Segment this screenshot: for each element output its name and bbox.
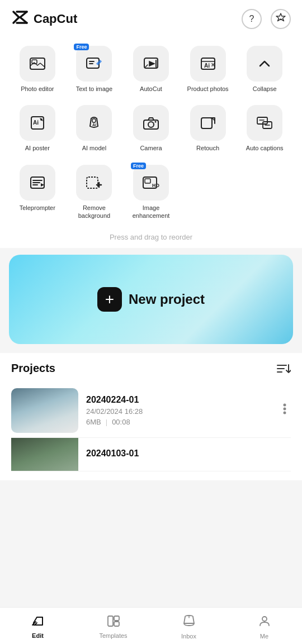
svg-rect-18 [257, 117, 267, 124]
plus-symbol: + [105, 290, 114, 308]
tool-remove-background[interactable]: Remove background [66, 160, 123, 226]
svg-text:HD: HD [152, 183, 159, 188]
tools-grid: Photo editor Free Text to image [9, 41, 293, 225]
tools-section: Photo editor Free Text to image [0, 35, 302, 248]
projects-header: Projects [11, 362, 291, 375]
svg-point-15 [148, 122, 154, 127]
me-icon [258, 614, 271, 631]
free-badge-image-enhancement: Free [131, 163, 146, 169]
nav-label-templates: Templates [99, 632, 127, 639]
tool-label-remove-background: Remove background [68, 204, 121, 220]
project-info-2: 20240103-01 [86, 449, 291, 461]
svg-text:Ai: Ai [204, 63, 210, 69]
project-thumb-img-1 [11, 388, 78, 433]
tool-icon-ai-poster: Ai [20, 105, 55, 141]
tool-autocut[interactable]: AutoCut [122, 41, 180, 98]
svg-point-28 [284, 412, 286, 414]
inbox-icon [182, 614, 196, 631]
tool-icon-camera [133, 105, 169, 141]
new-project-section: + New project [9, 255, 293, 344]
project-duration-1: 00:08 [112, 418, 130, 426]
tool-icon-collapse [247, 46, 282, 82]
header-icons: ? [242, 9, 291, 29]
tool-teleprompter[interactable]: Teleprompter [9, 160, 66, 226]
logo-icon [11, 9, 29, 28]
tool-retouch[interactable]: Retouch [180, 101, 237, 158]
project-meta-1: 6MB | 00:08 [86, 418, 271, 426]
new-project-button[interactable]: + New project [9, 255, 293, 344]
svg-point-32 [262, 617, 267, 621]
help-icon: ? [249, 14, 254, 24]
project-item-1[interactable]: 20240224-01 24/02/2024 16:28 6MB | 00:08 [11, 384, 291, 438]
tool-icon-autocut [133, 46, 169, 82]
svg-rect-30 [114, 616, 119, 621]
tool-auto-captions[interactable]: Auto captions [236, 101, 293, 158]
project-thumb-1 [11, 388, 78, 433]
tool-icon-retouch [190, 105, 226, 141]
settings-button[interactable] [271, 9, 291, 29]
tool-label-product-photos: Product photos [187, 85, 229, 93]
svg-point-16 [154, 121, 156, 123]
project-date-1: 24/02/2024 16:28 [86, 407, 271, 416]
project-item-2[interactable]: 20240103-01 [11, 438, 291, 471]
tool-camera[interactable]: Camera [122, 101, 180, 158]
tool-icon-ai-model: Ai [76, 105, 112, 141]
tool-ai-poster[interactable]: Ai AI poster [9, 101, 66, 158]
header: CapCut ? [0, 0, 302, 35]
free-badge-text-to-image: Free [74, 44, 89, 50]
tool-image-enhancement[interactable]: Free HD Image enhancement [122, 160, 180, 226]
svg-marker-5 [149, 61, 154, 66]
nav-item-me[interactable]: Me [226, 608, 302, 644]
tool-label-auto-captions: Auto captions [246, 144, 284, 152]
logo-text: CapCut [34, 12, 77, 26]
tool-label-text-to-image: Text to image [76, 85, 112, 93]
sort-button[interactable] [276, 362, 291, 375]
nav-item-templates[interactable]: Templates [76, 608, 151, 643]
tool-icon-auto-captions [247, 105, 282, 141]
tool-label-autocut: AutoCut [140, 85, 162, 93]
tool-label-camera: Camera [140, 144, 162, 152]
svg-rect-29 [108, 616, 113, 626]
svg-rect-25 [145, 179, 150, 183]
project-info-1: 20240224-01 24/02/2024 16:28 6MB | 00:08 [86, 395, 271, 426]
new-project-label: New project [129, 292, 205, 307]
svg-rect-17 [201, 118, 212, 128]
projects-title: Projects [11, 362, 55, 375]
tool-icon-remove-background [76, 165, 112, 201]
svg-point-11 [40, 118, 43, 121]
meta-sep-1: | [106, 418, 107, 426]
logo: CapCut [11, 9, 77, 28]
project-name-1: 20240224-01 [86, 395, 271, 405]
nav-label-edit: Edit [32, 632, 44, 639]
svg-marker-0 [276, 13, 285, 21]
tool-icon-text-to-image: Free [76, 46, 112, 82]
svg-text:Ai: Ai [92, 123, 96, 127]
nav-item-edit[interactable]: Edit [0, 608, 76, 643]
tool-icon-teleprompter [20, 165, 55, 201]
nav-label-me: Me [260, 633, 268, 640]
edit-icon [31, 615, 45, 631]
tool-label-ai-poster: AI poster [25, 144, 50, 152]
tool-label-teleprompter: Teleprompter [20, 204, 55, 212]
tool-photo-editor[interactable]: Photo editor [9, 41, 66, 98]
help-button[interactable]: ? [242, 9, 262, 29]
bottom-nav: Edit Templates Inbox Me [0, 607, 302, 644]
tool-label-photo-editor: Photo editor [21, 85, 54, 93]
new-project-plus-icon: + [97, 287, 122, 312]
nav-label-inbox: Inbox [181, 633, 196, 640]
tool-label-retouch: Retouch [196, 144, 219, 152]
project-thumb-2 [11, 438, 78, 471]
tool-icon-image-enhancement: Free HD [133, 165, 169, 201]
svg-rect-22 [87, 177, 98, 188]
section-gap-1 [0, 248, 302, 255]
drag-hint: Press and drag to reorder [9, 225, 293, 248]
projects-section: Projects 20240224-01 24/02/2024 16:28 6M… [0, 353, 302, 480]
nav-item-inbox[interactable]: Inbox [151, 608, 226, 644]
tool-label-collapse: Collapse [253, 85, 277, 93]
tool-text-to-image[interactable]: Free Text to image [66, 41, 123, 98]
project-more-button-1[interactable] [279, 400, 291, 421]
project-size-1: 6MB [86, 418, 101, 426]
tool-product-photos[interactable]: Ai Product photos [180, 41, 237, 98]
tool-collapse[interactable]: Collapse [236, 41, 293, 98]
tool-ai-model[interactable]: Ai AI model [66, 101, 123, 158]
